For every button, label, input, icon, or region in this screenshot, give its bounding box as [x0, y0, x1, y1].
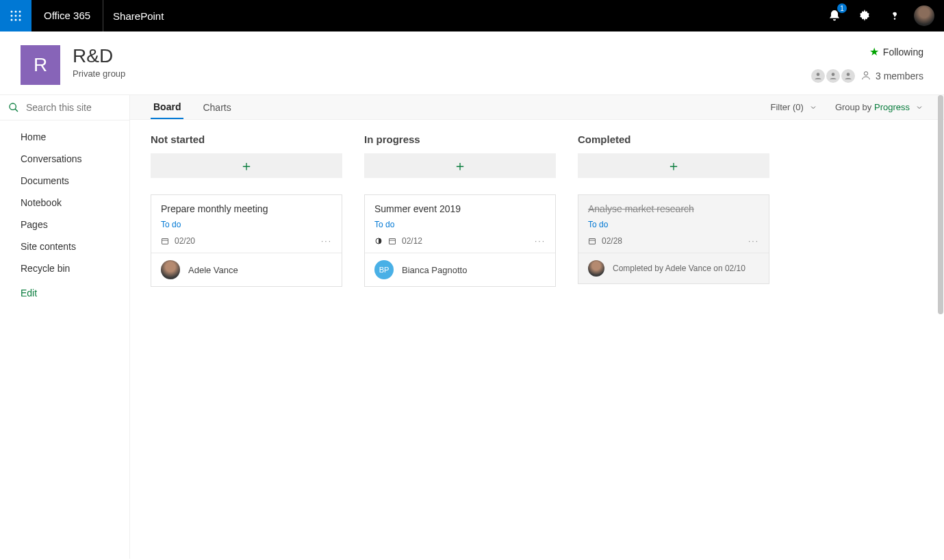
- column-in-progress: In progress ＋ Summer event 2019 To do 02…: [364, 133, 556, 298]
- settings-icon[interactable]: [854, 5, 876, 27]
- member-avatar: [825, 68, 841, 84]
- card-assignee-row[interactable]: BP Bianca Pagnotto: [365, 253, 555, 286]
- add-task-button[interactable]: ＋: [578, 153, 769, 178]
- card-title: Prepare monthly meeting: [161, 203, 332, 214]
- star-icon: ★: [869, 45, 879, 58]
- site-header: R R&D Private group ★ Following 3 member…: [0, 31, 944, 94]
- help-icon[interactable]: [884, 5, 906, 27]
- global-nav: Office 365 SharePoint 1: [0, 0, 944, 31]
- assignee-name: Adele Vance: [188, 265, 238, 275]
- left-nav: Home Conversations Documents Notebook Pa…: [0, 95, 130, 559]
- search-icon: [8, 102, 19, 113]
- card-title: Analyse market research: [588, 203, 759, 214]
- nav-documents[interactable]: Documents: [0, 170, 129, 192]
- svg-point-6: [11, 19, 13, 21]
- nav-notebook[interactable]: Notebook: [0, 192, 129, 214]
- card-more-icon[interactable]: ···: [748, 236, 759, 246]
- notifications-icon[interactable]: 1: [824, 5, 845, 27]
- add-task-button[interactable]: ＋: [151, 153, 342, 178]
- column-title: Completed: [578, 133, 769, 145]
- board: Not started ＋ Prepare monthly meeting To…: [130, 120, 944, 311]
- filter-dropdown[interactable]: Filter (0): [770, 102, 817, 112]
- user-avatar[interactable]: [914, 5, 934, 26]
- notification-badge: 1: [837, 3, 847, 13]
- main-content: Board Charts Filter (0) Group by Progres…: [130, 95, 944, 559]
- svg-rect-22: [589, 239, 596, 244]
- svg-line-16: [15, 109, 18, 112]
- assignee-avatar: [588, 260, 604, 277]
- app-name-label[interactable]: SharePoint: [103, 10, 173, 22]
- column-title: Not started: [151, 133, 342, 145]
- svg-point-11: [817, 73, 820, 76]
- card-date: 02/12: [402, 236, 422, 246]
- svg-point-5: [19, 15, 21, 17]
- card-title: Summer event 2019: [374, 203, 546, 214]
- assignee-name: Bianca Pagnotto: [402, 265, 467, 275]
- plus-icon: ＋: [453, 157, 467, 175]
- add-task-button[interactable]: ＋: [364, 153, 556, 178]
- task-card[interactable]: Prepare monthly meeting To do 02/20 ··· …: [151, 194, 342, 287]
- site-logo[interactable]: R: [21, 45, 60, 85]
- card-bucket-link[interactable]: To do: [588, 220, 608, 229]
- nav-edit[interactable]: Edit: [0, 282, 129, 304]
- brand-label[interactable]: Office 365: [31, 0, 103, 31]
- member-avatar: [810, 68, 826, 84]
- card-date: 02/28: [602, 236, 622, 246]
- filter-label: Filter (0): [770, 102, 803, 112]
- member-count: 3 members: [876, 71, 923, 81]
- progress-icon: [374, 237, 383, 245]
- site-title[interactable]: R&D: [73, 45, 125, 67]
- task-card[interactable]: Analyse market research To do 02/28 ··· …: [578, 194, 769, 284]
- task-card[interactable]: Summer event 2019 To do 02/12 ··· BP Bia…: [364, 194, 556, 287]
- svg-point-14: [864, 71, 867, 75]
- following-label: Following: [883, 47, 923, 58]
- card-bucket-link[interactable]: To do: [374, 220, 394, 229]
- chevron-down-icon: [809, 103, 817, 112]
- svg-point-0: [11, 11, 13, 13]
- svg-rect-20: [390, 239, 396, 244]
- card-completed-row: Completed by Adele Vance on 02/10: [578, 253, 769, 283]
- site-subtitle: Private group: [73, 68, 125, 79]
- column-title: In progress: [364, 133, 556, 145]
- assignee-avatar: [161, 260, 180, 279]
- svg-point-8: [19, 19, 21, 21]
- nav-recycle-bin[interactable]: Recycle bin: [0, 257, 129, 279]
- group-by-prefix: Group by: [835, 102, 874, 112]
- scrollbar-thumb[interactable]: [938, 95, 943, 314]
- nav-pages[interactable]: Pages: [0, 214, 129, 236]
- card-more-icon[interactable]: ···: [535, 236, 546, 246]
- card-date: 02/20: [175, 236, 195, 246]
- person-icon: [860, 70, 871, 83]
- members-row[interactable]: 3 members: [815, 68, 923, 84]
- tab-board[interactable]: Board: [151, 96, 183, 119]
- member-avatar: [840, 68, 856, 84]
- group-by-dropdown[interactable]: Group by Progress: [835, 102, 923, 112]
- svg-point-7: [15, 19, 17, 21]
- following-button[interactable]: ★ Following: [815, 45, 923, 58]
- chevron-down-icon: [915, 103, 923, 112]
- svg-point-13: [847, 73, 850, 76]
- calendar-icon: [588, 237, 596, 245]
- app-launcher-icon[interactable]: [0, 0, 31, 31]
- nav-site-contents[interactable]: Site contents: [0, 236, 129, 257]
- completed-by-text: Completed by Adele Vance on 02/10: [613, 264, 745, 273]
- svg-point-15: [10, 103, 16, 110]
- svg-point-1: [15, 11, 17, 13]
- search-input[interactable]: [26, 102, 115, 113]
- nav-conversations[interactable]: Conversations: [0, 148, 129, 170]
- tab-charts[interactable]: Charts: [200, 97, 233, 118]
- svg-point-12: [832, 73, 835, 76]
- search-box[interactable]: [0, 95, 129, 120]
- svg-point-10: [894, 18, 895, 19]
- svg-point-2: [19, 11, 21, 13]
- card-more-icon[interactable]: ···: [321, 236, 332, 246]
- svg-point-4: [15, 15, 17, 17]
- plus-icon: ＋: [667, 157, 680, 175]
- card-bucket-link[interactable]: To do: [161, 220, 181, 229]
- column-not-started: Not started ＋ Prepare monthly meeting To…: [151, 133, 342, 298]
- plus-icon: ＋: [240, 157, 253, 175]
- calendar-icon: [388, 237, 396, 245]
- card-assignee-row[interactable]: Adele Vance: [151, 253, 342, 286]
- nav-home[interactable]: Home: [0, 126, 129, 148]
- column-completed: Completed ＋ Analyse market research To d…: [578, 133, 769, 298]
